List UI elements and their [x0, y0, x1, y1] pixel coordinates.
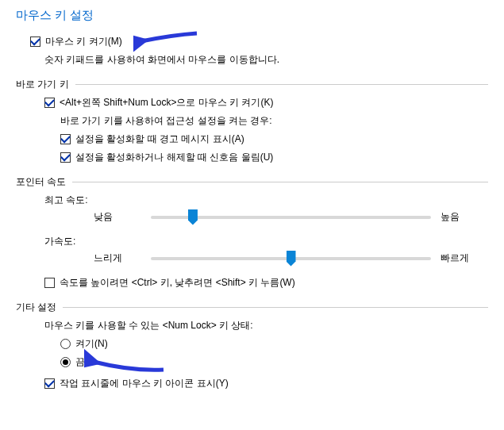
shortcut-altshift-checkbox[interactable]: [44, 98, 55, 108]
other-group-label: 기타 설정: [16, 301, 56, 314]
shortcut-sound-label: 설정을 활성화하거나 해제할 때 신호음 울림(U): [75, 151, 273, 164]
shortcut-altshift-label: <Alt+왼쪽 Shift+Num Lock>으로 마우스 키 켜기(K): [60, 96, 273, 109]
divider: [63, 307, 488, 308]
mousekeys-description: 숫자 키패드를 사용하여 화면에서 마우스를 이동합니다.: [44, 53, 488, 67]
annotation-arrow-top: [133, 25, 205, 57]
divider: [72, 182, 488, 182]
shortcut-sub-desc: 바로 가기 키를 사용하여 접근성 설정을 켜는 경우:: [60, 114, 488, 128]
shortcut-sound-checkbox[interactable]: [60, 152, 71, 163]
speed-ctrlshift-label: 속도를 높이려면 <Ctrl> 키, 낮추려면 <Shift> 키 누름(W): [60, 276, 295, 290]
accel-slider[interactable]: [151, 257, 431, 260]
topspeed-slider[interactable]: [151, 216, 431, 219]
accel-thumb[interactable]: [287, 251, 296, 267]
numlock-desc: 마우스 키를 사용할 수 있는 <Num Lock> 키 상태:: [44, 319, 488, 332]
topspeed-high-label: 높음: [441, 210, 488, 224]
annotation-arrow-bottom: [84, 347, 171, 379]
numlock-on-radio[interactable]: [60, 339, 71, 349]
shortcut-warn-label: 설정을 활성화할 때 경고 메시지 표시(A): [75, 132, 244, 146]
numlock-off-label: 끔: [75, 355, 85, 369]
numlock-on-label: 켜기(N): [75, 337, 108, 351]
speed-group-label: 포인터 속도: [16, 175, 66, 189]
tray-icon-label: 작업 표시줄에 마우스 키 아이콘 표시(Y): [60, 377, 229, 390]
numlock-off-radio[interactable]: [60, 357, 71, 367]
shortcut-warn-checkbox[interactable]: [60, 134, 71, 144]
page-title: 마우스 키 설정: [16, 8, 488, 23]
topspeed-low-label: 낮음: [94, 210, 141, 224]
topspeed-thumb[interactable]: [188, 209, 198, 225]
divider: [75, 84, 488, 85]
mousekeys-enable-label: 마우스 키 켜기(M): [45, 35, 122, 48]
mousekeys-enable-checkbox[interactable]: [30, 36, 40, 47]
accel-slow-label: 느리게: [94, 251, 141, 265]
topspeed-label: 최고 속도:: [44, 194, 488, 207]
accel-fast-label: 빠르게: [441, 251, 488, 265]
tray-icon-checkbox[interactable]: [44, 378, 55, 389]
speed-ctrlshift-checkbox[interactable]: [44, 278, 55, 288]
shortcut-group-label: 바로 가기 키: [16, 78, 69, 91]
accel-label: 가속도:: [44, 235, 488, 248]
